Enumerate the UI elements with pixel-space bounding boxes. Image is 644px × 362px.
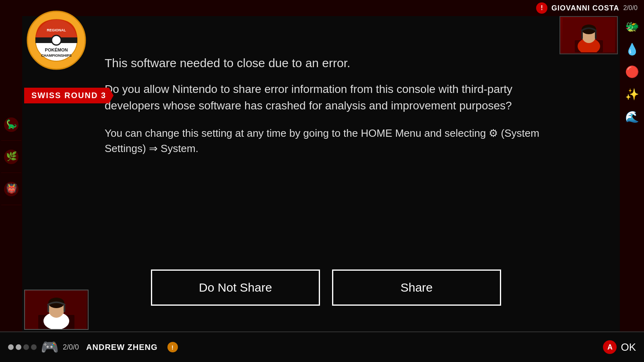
svg-rect-5 bbox=[581, 31, 583, 39]
right-pokemon-2: 💧 bbox=[621, 39, 642, 60]
top-cam-placeholder bbox=[560, 17, 617, 53]
svg-point-16 bbox=[52, 35, 61, 45]
top-info-icon: ! bbox=[536, 2, 547, 14]
left-pokemon-2: 🌿 bbox=[1, 141, 21, 173]
right-pokemon-3: 🔴 bbox=[621, 61, 642, 82]
dot-2 bbox=[16, 344, 21, 350]
svg-rect-6 bbox=[595, 31, 597, 39]
svg-text:🦕: 🦕 bbox=[6, 119, 17, 130]
pokemon-logo-area: POKÉMON CHAMPIONSHIPS REGIONAL bbox=[24, 8, 93, 72]
bottom-player-score: 2/0/0 bbox=[63, 343, 79, 352]
right-pokemon-4: ✨ bbox=[621, 84, 642, 105]
svg-text:🌿: 🌿 bbox=[6, 151, 17, 162]
bottom-cam-svg bbox=[26, 291, 87, 329]
do-not-share-button[interactable]: Do Not Share bbox=[151, 269, 320, 306]
right-pokemon-panel: 🐲 💧 🔴 ✨ 🌊 bbox=[620, 0, 644, 362]
dot-4 bbox=[31, 344, 37, 350]
progress-dots bbox=[8, 344, 37, 350]
left-pokemon-panel: 🦕 🌿 👹 bbox=[0, 0, 22, 362]
bottom-cam-inner bbox=[25, 290, 88, 329]
bottom-left-section: 🎮 2/0/0 ANDREW ZHENG ! bbox=[8, 339, 603, 356]
bottom-info-icon: ! bbox=[167, 342, 178, 352]
top-player-name: GIOVANNI COSTA bbox=[551, 4, 619, 12]
a-button-indicator: A bbox=[603, 340, 617, 354]
bottom-bar: 🎮 2/0/0 ANDREW ZHENG ! A OK bbox=[0, 332, 644, 362]
logo-svg: POKÉMON CHAMPIONSHIPS REGIONAL bbox=[25, 9, 88, 72]
svg-rect-25 bbox=[47, 305, 49, 312]
left-pokemon-1: 🦕 bbox=[1, 109, 21, 141]
svg-rect-26 bbox=[64, 305, 65, 312]
top-right-player-cam bbox=[559, 16, 618, 54]
dot-1 bbox=[8, 344, 14, 350]
swiss-round-badge: SWISS ROUND 3 bbox=[24, 88, 114, 103]
right-pokemon-1: 🐲 bbox=[621, 16, 642, 37]
svg-text:POKÉMON: POKÉMON bbox=[45, 47, 68, 52]
svg-text:CHAMPIONSHIPS: CHAMPIONSHIPS bbox=[41, 53, 71, 58]
bottom-left-player-cam bbox=[24, 290, 89, 330]
top-player-score: 2/0/0 bbox=[623, 4, 638, 12]
share-button[interactable]: Share bbox=[332, 269, 501, 306]
dot-3 bbox=[23, 344, 29, 350]
swiss-round-label: SWISS ROUND 3 bbox=[31, 91, 106, 100]
error-note: You can change this setting at any time … bbox=[105, 126, 547, 156]
svg-text:REGIONAL: REGIONAL bbox=[47, 28, 66, 32]
controller-icon: 🎮 bbox=[41, 339, 59, 356]
svg-text:👹: 👹 bbox=[6, 183, 17, 194]
dialog-buttons-area: Do Not Share Share bbox=[105, 269, 547, 306]
left-pokemon-3: 👹 bbox=[1, 173, 21, 205]
bottom-player-name: ANDREW ZHENG bbox=[86, 343, 158, 352]
top-player-bar: ! GIOVANNI COSTA 2/0/0 bbox=[0, 0, 644, 16]
error-question: Do you allow Nintendo to share error inf… bbox=[105, 81, 547, 114]
top-cam-svg bbox=[563, 18, 615, 52]
bottom-right-section: A OK bbox=[603, 340, 636, 354]
pokemon-logo: POKÉMON CHAMPIONSHIPS REGIONAL bbox=[24, 8, 89, 72]
ok-label: OK bbox=[621, 341, 636, 354]
error-title: This software needed to close due to an … bbox=[105, 56, 547, 70]
right-pokemon-5: 🌊 bbox=[621, 106, 642, 127]
